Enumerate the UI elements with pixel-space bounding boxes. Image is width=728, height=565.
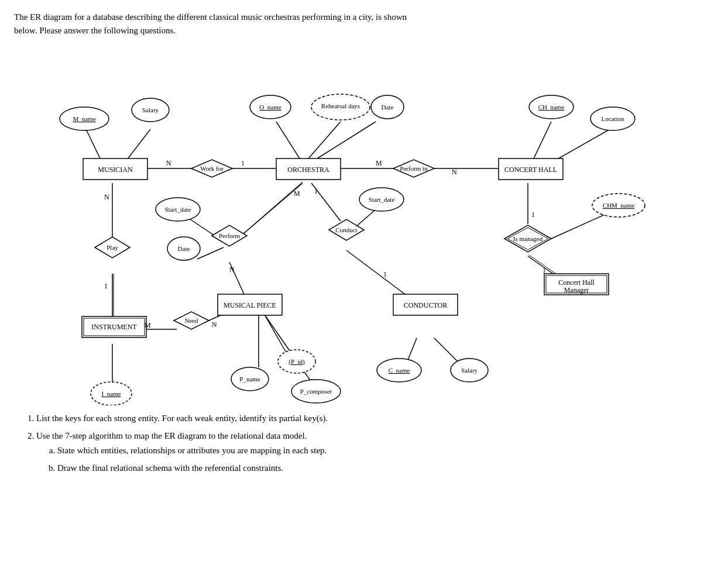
svg-text:Date: Date xyxy=(178,245,190,252)
svg-text:M: M xyxy=(145,321,151,329)
svg-text:MUSICIAN: MUSICIAN xyxy=(98,166,133,174)
svg-text:CONCERT HALL: CONCERT HALL xyxy=(504,166,557,174)
svg-text:Start_date: Start_date xyxy=(369,196,395,203)
svg-text:1: 1 xyxy=(104,282,108,290)
svg-text:Is managed: Is managed xyxy=(513,235,543,242)
svg-text:Rehearsal days: Rehearsal days xyxy=(321,102,360,109)
svg-line-31 xyxy=(197,247,224,259)
svg-text:Conduct: Conduct xyxy=(335,226,357,233)
svg-text:M_name: M_name xyxy=(73,115,95,122)
svg-text:M: M xyxy=(294,190,300,198)
svg-line-28 xyxy=(551,129,610,163)
svg-text:1: 1 xyxy=(542,266,546,274)
svg-text:CHM_name: CHM_name xyxy=(603,202,635,209)
questions-section: List the keys for each strong entity. Fo… xyxy=(14,411,714,476)
svg-text:Need: Need xyxy=(184,317,198,324)
svg-text:Work for: Work for xyxy=(200,165,224,172)
question-2a: State which entities, relationships or a… xyxy=(57,443,714,459)
svg-text:ORCHESTRA: ORCHESTRA xyxy=(287,166,329,174)
intro-paragraph: The ER diagram for a database describing… xyxy=(14,11,714,37)
svg-text:Play: Play xyxy=(107,244,118,251)
svg-text:Perform in: Perform in xyxy=(400,165,428,172)
svg-text:CH_name: CH_name xyxy=(538,104,565,111)
svg-text:1: 1 xyxy=(383,270,387,278)
svg-line-23 xyxy=(127,129,150,160)
svg-line-27 xyxy=(534,122,551,159)
question-2b: Draw the final relational schema with th… xyxy=(57,461,714,476)
svg-text:Manager: Manager xyxy=(564,286,589,294)
svg-text:Date: Date xyxy=(382,104,394,111)
svg-text:O_name: O_name xyxy=(259,104,281,111)
svg-text:(P_id): (P_id) xyxy=(289,358,305,366)
svg-text:P_name: P_name xyxy=(239,375,260,383)
svg-text:N: N xyxy=(452,168,457,176)
svg-text:Location: Location xyxy=(601,115,624,122)
svg-text:N: N xyxy=(104,193,109,201)
svg-text:I_name: I_name xyxy=(102,390,121,397)
svg-text:N: N xyxy=(229,266,235,274)
svg-text:CONDUCTOR: CONDUCTOR xyxy=(404,301,447,309)
question-2: Use the 7-step algorithm to map the ER d… xyxy=(36,429,714,476)
er-diagram-container: MUSICIAN ORCHESTRA CONCERT HALL INSTRUME… xyxy=(42,43,686,405)
svg-text:1: 1 xyxy=(241,159,245,167)
svg-text:Perform: Perform xyxy=(219,232,240,239)
svg-text:INSTRUMENT: INSTRUMENT xyxy=(91,323,137,331)
svg-line-26 xyxy=(317,122,376,159)
svg-text:MUSICAL PIECE: MUSICAL PIECE xyxy=(224,301,276,309)
svg-line-29 xyxy=(551,212,610,239)
svg-text:N: N xyxy=(166,159,171,167)
svg-text:N: N xyxy=(212,321,217,329)
svg-text:1: 1 xyxy=(314,187,318,195)
svg-text:1: 1 xyxy=(531,211,535,219)
svg-line-19 xyxy=(265,315,288,356)
er-diagram-svg: MUSICIAN ORCHESTRA CONCERT HALL INSTRUME… xyxy=(42,43,686,405)
svg-text:Salary: Salary xyxy=(142,106,159,113)
svg-line-25 xyxy=(308,122,341,159)
svg-text:M: M xyxy=(376,159,382,167)
svg-text:P_composer: P_composer xyxy=(300,388,332,395)
svg-text:Start_date: Start_date xyxy=(165,206,191,213)
svg-line-13 xyxy=(346,250,405,294)
svg-line-22 xyxy=(86,129,101,160)
question-1: List the keys for each strong entity. Fo… xyxy=(36,411,714,426)
svg-line-24 xyxy=(276,122,300,159)
svg-text:Concert Hall: Concert Hall xyxy=(558,278,595,287)
svg-text:Salary: Salary xyxy=(461,367,478,374)
svg-text:C_name: C_name xyxy=(389,367,410,374)
